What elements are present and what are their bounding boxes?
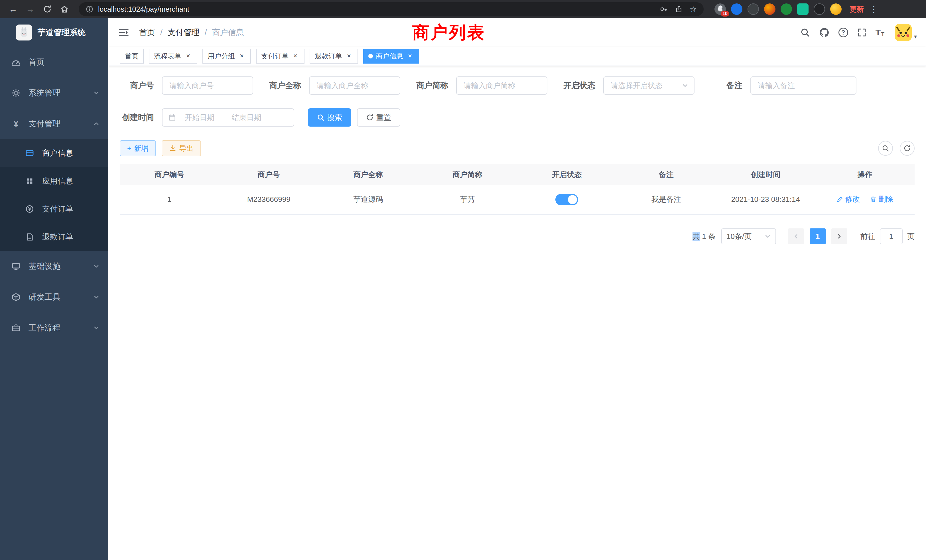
close-icon[interactable]: × — [184, 52, 192, 60]
github-icon[interactable] — [819, 27, 829, 38]
extension-dark-icon[interactable] — [747, 3, 759, 15]
sidebar-item-workflow[interactable]: 工作流程 — [0, 312, 108, 343]
breadcrumb-home[interactable]: 首页 — [139, 27, 155, 38]
extension-green-square-icon[interactable] — [797, 3, 808, 15]
site-info-icon[interactable] — [86, 5, 94, 13]
chevron-right-icon — [837, 233, 842, 239]
close-icon[interactable]: × — [291, 52, 300, 60]
extension-badge: 10 — [721, 11, 729, 17]
close-icon[interactable]: × — [345, 52, 353, 60]
sidebar-item-pay-order[interactable]: 支付订单 — [0, 195, 108, 223]
tab-process-form[interactable]: 流程表单 × — [149, 49, 197, 64]
next-page-button[interactable] — [831, 229, 847, 244]
col-full-name: 商户全称 — [318, 164, 418, 185]
extension-green-circle-icon[interactable] — [781, 3, 792, 15]
browser-home-button[interactable] — [57, 2, 72, 17]
extension-blue-icon[interactable] — [731, 3, 742, 15]
breadcrumb-pay[interactable]: 支付管理 — [168, 27, 200, 38]
sidebar-item-infra[interactable]: 基础设施 — [0, 251, 108, 282]
short-name-label: 商户简称 — [414, 80, 448, 91]
extension-smiley-icon[interactable] — [830, 3, 841, 15]
export-button[interactable]: 导出 — [162, 140, 201, 156]
status-label: 开启状态 — [561, 80, 595, 91]
bookmark-star-icon[interactable]: ☆ — [690, 5, 697, 14]
full-name-input[interactable] — [309, 76, 400, 95]
sidebar-logo[interactable]: 芋道管理系统 — [0, 18, 108, 47]
browser-update-button[interactable]: 更新 — [850, 5, 864, 14]
edit-button[interactable]: 修改 — [837, 194, 860, 204]
sidebar-item-merchant-info[interactable]: 商户信息 — [0, 139, 108, 167]
plus-icon: + — [127, 144, 132, 153]
box-icon — [11, 292, 21, 302]
merchant-no-input[interactable] — [162, 76, 253, 95]
chevron-down-icon — [94, 90, 99, 96]
col-merchant-no: 商户号 — [219, 164, 319, 185]
reset-button[interactable]: 重置 — [357, 108, 400, 127]
browser-refresh-button[interactable] — [40, 2, 55, 17]
sidebar-item-pay[interactable]: ¥ 支付管理 — [0, 108, 108, 139]
date-start-input[interactable] — [180, 113, 219, 122]
search-icon — [317, 114, 324, 121]
font-size-icon[interactable]: TT — [876, 28, 884, 37]
browser-forward-button[interactable]: → — [23, 2, 38, 17]
sidebar-item-app-info[interactable]: 应用信息 — [0, 167, 108, 195]
status-select[interactable]: 请选择开启状态 — [603, 76, 694, 95]
short-name-input[interactable] — [456, 76, 548, 95]
url-bar[interactable]: localhost:1024/pay/merchant ☆ — [79, 2, 704, 16]
toggle-search-button[interactable] — [878, 141, 893, 156]
fullscreen-icon[interactable] — [857, 28, 866, 37]
tab-merchant-info[interactable]: 商户信息 × — [363, 49, 419, 64]
share-icon[interactable] — [675, 5, 683, 13]
browser-back-button[interactable]: ← — [6, 2, 21, 17]
extensions-puzzle-icon[interactable]: 10 — [714, 3, 726, 15]
sidebar-toggle-icon[interactable] — [117, 26, 131, 39]
add-button[interactable]: + 新增 — [120, 140, 156, 156]
help-icon[interactable]: ? — [838, 28, 848, 37]
close-icon[interactable]: × — [238, 52, 246, 60]
col-actions: 操作 — [816, 164, 915, 185]
search-button[interactable]: 搜索 — [308, 108, 351, 127]
merchant-no-label: 商户号 — [120, 80, 154, 91]
col-status: 开启状态 — [517, 164, 617, 185]
merchant-card-icon — [25, 148, 34, 158]
logo-rabbit-icon — [16, 24, 32, 41]
browser-menu-icon[interactable]: ⋮ — [870, 4, 878, 14]
avatar-caret-icon[interactable]: ▾ — [914, 33, 917, 40]
delete-button[interactable]: 删除 — [870, 194, 893, 204]
sidebar-item-home[interactable]: 首页 — [0, 47, 108, 77]
user-avatar[interactable] — [895, 24, 912, 41]
tab-refund-order[interactable]: 退款订单 × — [310, 49, 358, 64]
extension-pinwheel-icon[interactable] — [814, 3, 825, 15]
tab-pay-order[interactable]: 支付订单 × — [256, 49, 304, 64]
sidebar-item-dev-tools[interactable]: 研发工具 — [0, 282, 108, 312]
breadcrumb-separator: / — [205, 28, 207, 37]
briefcase-icon — [11, 323, 21, 333]
date-end-input[interactable] — [227, 113, 266, 122]
tab-home[interactable]: 首页 — [120, 49, 144, 64]
table-row: 1 M233666999 芋道源码 芋艿 我是备注 2021-10-23 08:… — [120, 185, 915, 215]
cell-short-name: 芋艿 — [418, 185, 517, 215]
create-time-range-picker[interactable]: - — [162, 108, 294, 127]
date-range-separator: - — [219, 113, 227, 122]
remark-label: 备注 — [708, 80, 742, 91]
goto-page-input[interactable] — [880, 229, 903, 244]
page-size-select[interactable]: 10条/页 — [721, 229, 776, 244]
tab-user-group[interactable]: 用户分组 × — [203, 49, 251, 64]
url-text[interactable]: localhost:1024/pay/merchant — [98, 5, 652, 14]
cell-status — [517, 185, 617, 215]
close-icon[interactable]: × — [406, 52, 414, 60]
header-search-icon[interactable] — [800, 28, 810, 37]
password-key-icon[interactable] — [660, 5, 668, 14]
page-number-button[interactable]: 1 — [809, 229, 826, 244]
grid-icon — [25, 177, 34, 186]
sidebar-item-refund-order[interactable]: 退款订单 — [0, 223, 108, 251]
sidebar-item-system[interactable]: 系统管理 — [0, 77, 108, 108]
prev-page-button[interactable] — [788, 229, 804, 244]
status-toggle[interactable] — [555, 194, 578, 205]
extension-avatar-icon[interactable] — [764, 3, 775, 15]
cell-actions: 修改 删除 — [816, 185, 915, 215]
navbar: 首页 / 支付管理 / 商户信息 商户列表 ? — [108, 18, 926, 47]
remark-input[interactable] — [750, 76, 856, 95]
refresh-table-button[interactable] — [900, 141, 915, 156]
gear-icon — [11, 88, 21, 97]
